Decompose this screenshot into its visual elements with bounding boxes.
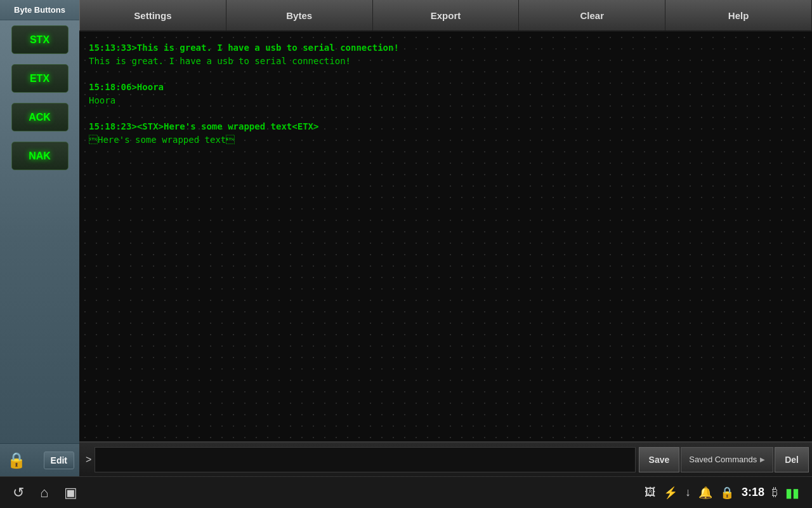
edit-button[interactable]: Edit — [44, 451, 74, 469]
system-time: 3:18 — [742, 486, 764, 499]
toolbar: Settings Bytes Export Clear Help — [79, 0, 812, 32]
bytes-button[interactable]: Bytes — [226, 0, 373, 30]
lock-icon: 🔒 — [5, 449, 27, 471]
system-bar: ↺ ⌂ ▣ 🖼 ⚡ ↓ 🔔 🔒 3:18 ₿ ▮▮ — [0, 476, 812, 508]
save-button[interactable]: Save — [639, 447, 680, 472]
sidebar-title: Byte Buttons — [0, 0, 79, 20]
status-icons: 🖼 ⚡ ↓ 🔔 🔒 3:18 ₿ ▮▮ — [645, 485, 799, 500]
usb-icon: ⚡ — [664, 486, 678, 500]
nav-icons: ↺ ⌂ ▣ — [13, 485, 77, 501]
back-icon[interactable]: ↺ — [13, 485, 24, 501]
main-area: Byte Buttons STX ETX ACK NAK 🔒 Edit Sett… — [0, 0, 812, 476]
ack-button[interactable]: ACK — [11, 103, 69, 131]
terminal-message-0: 15:13:33>This is great. I have a usb to … — [89, 41, 802, 68]
input-bar: > Save Saved Commands ▶ Del — [79, 441, 812, 476]
recents-icon[interactable]: ▣ — [64, 485, 77, 501]
command-input[interactable] — [95, 447, 635, 472]
terminal-response-1: Hoora — [89, 94, 802, 107]
terminal-message-1: 15:18:06>Hoora Hoora — [89, 81, 802, 107]
right-panel: Settings Bytes Export Clear Help 15:13:3… — [79, 0, 812, 476]
terminal-response-0: This is great. I have a usb to serial co… — [89, 55, 802, 68]
notification-icon: 🔔 — [698, 486, 712, 500]
dropdown-arrow-icon: ▶ — [760, 456, 765, 463]
download-icon: ↓ — [685, 486, 691, 499]
stx-button[interactable]: STX — [11, 25, 69, 54]
export-button[interactable]: Export — [373, 0, 520, 30]
terminal-message-2: 15:18:23><STX>Here's some wrapped text<E… — [89, 120, 802, 147]
help-button[interactable]: Help — [665, 0, 812, 30]
screenshot-icon: 🖼 — [645, 486, 656, 499]
bluetooth-icon: ₿ — [772, 486, 778, 499]
terminal-timestamp-2: 15:18:23><STX>Here's some wrapped text<E… — [89, 120, 802, 133]
etx-button[interactable]: ETX — [11, 64, 69, 93]
lock-status-icon: 🔒 — [720, 486, 734, 500]
sidebar-bottom: 🔒 Edit — [0, 443, 79, 476]
settings-button[interactable]: Settings — [79, 0, 226, 30]
terminal-response-2: Here's some wrapped text — [89, 133, 802, 147]
input-prompt: > — [82, 454, 95, 465]
battery-icon: ▮▮ — [785, 485, 799, 500]
terminal-timestamp-0: 15:13:33>This is great. I have a usb to … — [89, 41, 802, 55]
clear-button[interactable]: Clear — [519, 0, 665, 30]
terminal-timestamp-1: 15:18:06>Hoora — [89, 81, 802, 94]
sidebar: Byte Buttons STX ETX ACK NAK 🔒 Edit — [0, 0, 79, 476]
del-button[interactable]: Del — [775, 447, 809, 472]
home-icon[interactable]: ⌂ — [40, 485, 48, 501]
saved-commands-button[interactable]: Saved Commands ▶ — [681, 447, 773, 472]
terminal-area: 15:13:33>This is great. I have a usb to … — [79, 32, 812, 441]
nak-button[interactable]: NAK — [11, 142, 69, 170]
saved-commands-label: Saved Commands — [689, 455, 757, 464]
